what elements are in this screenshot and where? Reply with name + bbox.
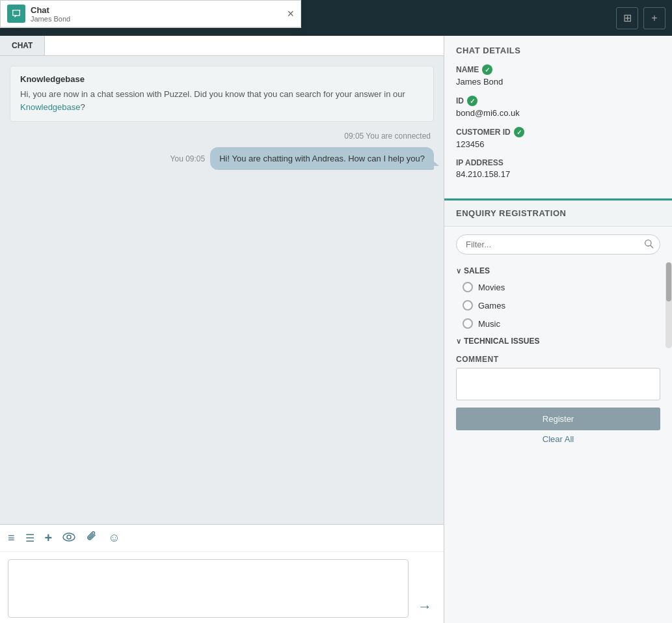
lines-toolbar-button[interactable]: ≡ (8, 531, 15, 545)
enquiry-header: ENQUIRY REGISTRATION (444, 199, 672, 227)
enquiry-section: ENQUIRY REGISTRATION (444, 199, 672, 623)
clip-toolbar-button[interactable] (86, 530, 98, 546)
ip-label: IP ADDRESS (456, 158, 660, 167)
chat-title-text-block: Chat James Bond (31, 5, 70, 23)
music-label: Music (478, 319, 500, 329)
technical-issues-category-header[interactable]: ∨ TECHNICAL ISSUES (456, 333, 660, 348)
games-item[interactable]: Games (456, 296, 660, 314)
message-input[interactable] (8, 559, 409, 618)
sales-chevron-icon: ∨ (456, 267, 461, 275)
chat-details-section: CHAT DETAILS NAME ✓ James Bond ID ✓ bond… (444, 36, 672, 199)
send-button[interactable]: → (414, 596, 436, 618)
clear-all-link[interactable]: Clear All (456, 434, 660, 444)
music-radio[interactable] (463, 318, 473, 329)
lines-icon: ≡ (8, 531, 15, 544)
movies-radio[interactable] (463, 282, 473, 292)
chat-window-title: Chat (31, 5, 70, 15)
comment-input[interactable] (456, 368, 660, 400)
kb-title: Knowledgebase (20, 74, 423, 84)
chat-details-header: CHAT DETAILS (456, 46, 660, 55)
chat-area: CHAT Knowledgebase Hi, you are now in a … (0, 36, 444, 623)
ip-value: 84.210.158.17 (456, 169, 660, 179)
emoji-toolbar-button[interactable]: ☺ (108, 531, 120, 545)
kb-text-part1: Hi, you are now in a chat session with P… (20, 89, 405, 99)
search-icon (643, 238, 654, 251)
eye-icon (62, 531, 75, 544)
name-check-icon: ✓ (482, 64, 492, 75)
send-icon: → (418, 598, 432, 615)
kb-text-part2: ? (81, 102, 85, 112)
chat-window-header: Chat James Bond × (1, 1, 301, 27)
technical-issues-label: TECHNICAL ISSUES (464, 337, 539, 346)
agent-message-time: You 09:05 (170, 154, 206, 163)
system-message: 09:05 You are connected (10, 132, 434, 141)
filter-input[interactable] (456, 234, 660, 255)
scrollbar-track (665, 262, 672, 348)
customer-id-value: 123456 (456, 139, 660, 149)
id-check-icon: ✓ (467, 96, 477, 106)
emoji-icon: ☺ (108, 531, 120, 544)
main-layout: CHAT Knowledgebase Hi, you are now in a … (0, 36, 672, 623)
sales-category-header[interactable]: ∨ SALES (456, 262, 660, 278)
ip-detail-row: IP ADDRESS 84.210.158.17 (456, 158, 660, 179)
name-detail-row: NAME ✓ James Bond (456, 64, 660, 87)
chat-close-button[interactable]: × (287, 7, 294, 21)
kb-link[interactable]: Knowledgebase (20, 102, 81, 112)
games-radio[interactable] (463, 300, 473, 311)
filter-bar (444, 227, 672, 262)
chat-tab[interactable]: CHAT (0, 36, 45, 55)
clip-icon (86, 533, 98, 546)
customer-id-label: Customer ID ✓ (456, 127, 660, 137)
list-toolbar-button[interactable]: ☰ (25, 531, 34, 545)
chat-title-area: Chat James Bond (7, 5, 70, 23)
chat-window-subtitle: James Bond (31, 15, 70, 23)
plus-toolbar-button[interactable]: + (45, 531, 53, 546)
plus-icon: + (45, 531, 53, 545)
comment-label: COMMENT (456, 355, 660, 364)
svg-point-1 (67, 535, 71, 539)
svg-line-3 (651, 245, 653, 248)
category-list-container: ∨ SALES Movies Games Music (444, 262, 672, 348)
category-list: ∨ SALES Movies Games Music (444, 262, 672, 348)
customer-id-detail-row: Customer ID ✓ 123456 (456, 127, 660, 149)
agent-message-row: You 09:05 Hi! You are chatting with Andr… (10, 147, 434, 170)
toolbar-area: ≡ ☰ + (0, 524, 444, 551)
kb-text: Hi, you are now in a chat session with P… (20, 88, 423, 113)
scrollbar-thumb[interactable] (666, 262, 671, 301)
sales-label: SALES (464, 266, 490, 275)
music-item[interactable]: Music (456, 314, 660, 333)
svg-point-0 (63, 533, 75, 541)
list-icon: ☰ (25, 533, 34, 544)
id-label: ID ✓ (456, 96, 660, 106)
id-detail-row: ID ✓ bond@mi6.co.uk (456, 96, 660, 118)
id-value: bond@mi6.co.uk (456, 108, 660, 118)
chat-window: Chat James Bond × (0, 0, 301, 28)
kb-message: Knowledgebase Hi, you are now in a chat … (10, 66, 434, 122)
comment-section: COMMENT Register Clear All (444, 348, 672, 450)
movies-item[interactable]: Movies (456, 278, 660, 296)
right-panel: CHAT DETAILS NAME ✓ James Bond ID ✓ bond… (444, 36, 672, 623)
grid-icon-button[interactable]: ⊞ (616, 7, 638, 29)
input-area: → (0, 551, 444, 623)
eye-toolbar-button[interactable] (62, 531, 75, 545)
messages-area: Knowledgebase Hi, you are now in a chat … (0, 56, 444, 524)
grid-icon: ⊞ (623, 12, 632, 24)
chat-tab-bar: CHAT (0, 36, 444, 56)
plus-icon: + (651, 12, 657, 24)
customer-id-check-icon: ✓ (514, 127, 524, 137)
agent-message-bubble: Hi! You are chatting with Andreas. How c… (210, 147, 434, 170)
filter-input-wrap (456, 234, 660, 255)
topbar-icons: ⊞ + (616, 7, 665, 29)
register-button[interactable]: Register (456, 408, 660, 430)
movies-label: Movies (478, 283, 505, 292)
name-value: James Bond (456, 77, 660, 87)
technical-chevron-icon: ∨ (456, 337, 461, 346)
plus-icon-button[interactable]: + (643, 7, 665, 29)
chat-window-icon (7, 5, 25, 23)
games-label: Games (478, 301, 505, 311)
name-label: NAME ✓ (456, 64, 660, 75)
